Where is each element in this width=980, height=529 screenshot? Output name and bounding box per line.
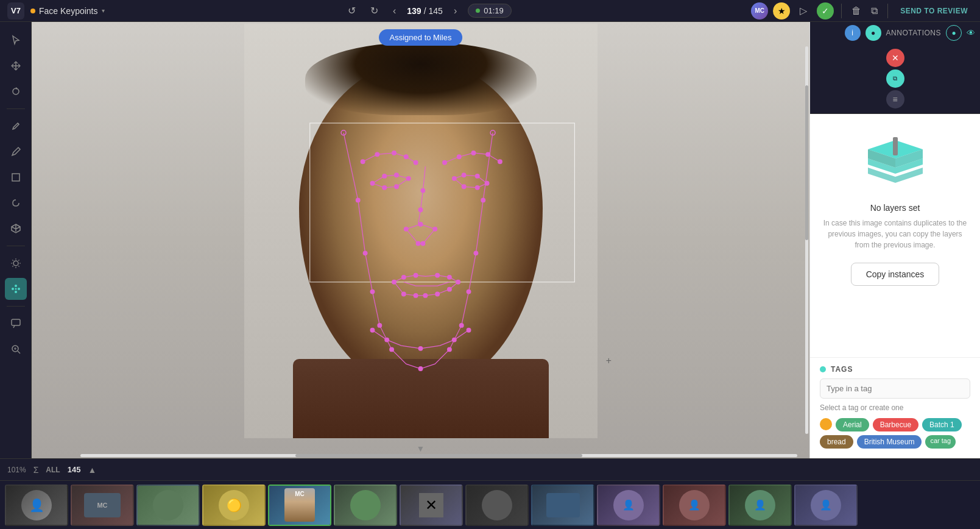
info-button[interactable]: i — [845, 25, 861, 41]
filmstrip-thumb-8[interactable] — [465, 485, 529, 526]
filmstrip-thumb-13[interactable]: 👤 — [794, 485, 858, 526]
canvas-v-scrollbar-thumb[interactable] — [805, 85, 808, 240]
panel-top-strip: i ● ANNOTATIONS ● 👁 — [810, 22, 980, 44]
tag-batch1[interactable]: Batch 1 — [922, 418, 962, 431]
tag-orange-dot[interactable] — [820, 418, 832, 430]
filmstrip-thumb-10[interactable]: 👤 — [597, 485, 660, 526]
right-panel: i ● ANNOTATIONS ● 👁 ✕ ⧉ ≡ — [809, 22, 980, 458]
left-toolbar — [0, 22, 32, 458]
tag-aerial[interactable]: Aerial — [836, 418, 869, 431]
trash-icon-button[interactable]: 🗑 — [849, 3, 864, 19]
svg-point-2 — [13, 261, 18, 266]
undo-button[interactable]: ↺ — [344, 4, 359, 18]
filmstrip-thumb-5-active[interactable]: MC — [268, 485, 331, 526]
assigned-badge: Assigned to Miles — [379, 29, 463, 46]
user-avatar: MC — [751, 2, 768, 20]
play-button[interactable]: ▷ — [795, 2, 812, 20]
tags-header: TAGS — [820, 358, 970, 378]
all-label: ALL — [46, 466, 60, 474]
filmstrip-thumb-12[interactable]: 👤 — [728, 485, 792, 526]
zoom-level-display: 101% — [7, 466, 26, 474]
filmstrip-thumb-2[interactable]: MC — [71, 485, 134, 526]
sum-icon: Σ — [33, 465, 39, 475]
pencil-tool-button[interactable] — [5, 141, 27, 163]
counter-separator: / — [424, 6, 426, 16]
next-image-button[interactable]: › — [450, 4, 460, 18]
copy-icon-button[interactable]: ⧉ — [869, 3, 880, 19]
annotation-count: 145 — [68, 465, 81, 474]
canvas-v-scrollbar[interactable] — [805, 46, 808, 434]
prev-image-button[interactable]: ‹ — [389, 4, 400, 18]
canvas-area[interactable]: Assigned to Miles — [32, 22, 809, 458]
canvas-image[interactable]: Assigned to Miles — [32, 22, 809, 458]
filmstrip-thumb-1[interactable]: 👤 — [5, 485, 68, 526]
filmstrip-thumb-11[interactable]: 👤 — [663, 485, 726, 526]
svg-point-6 — [15, 291, 17, 293]
tag-british-museum[interactable]: British Museum — [857, 435, 922, 449]
rotate-tool-button[interactable] — [5, 80, 27, 102]
tags-section: TAGS Select a tag or create one Aerial B… — [810, 357, 980, 458]
crosshair-icon: + — [606, 355, 612, 366]
topbar-right: MC ★ ▷ ✓ 🗑 ⧉ SEND TO REVIEW — [751, 2, 973, 20]
tag-car-tag[interactable]: car tag — [925, 435, 956, 449]
select-tag-hint: Select a tag or create one — [820, 403, 970, 412]
topbar-center: ↺ ↻ ‹ 139 / 145 › 01:19 — [344, 4, 512, 18]
zoom-tool-button[interactable] — [5, 338, 27, 360]
canvas-h-scrollbar[interactable] — [80, 454, 797, 457]
copy-instances-button[interactable]: Copy instances — [851, 263, 940, 286]
project-title: Face Keypoints — [39, 6, 98, 16]
tag-input-field[interactable] — [820, 378, 970, 399]
toolbar-separator-3 — [7, 306, 25, 307]
annotations-label: ANNOTATIONS — [886, 29, 941, 37]
timer-active-dot — [476, 9, 480, 13]
star-button[interactable]: ★ — [773, 2, 790, 20]
scroll-down-arrow: ▼ — [417, 444, 425, 453]
filmstrip-thumb-3[interactable] — [136, 485, 200, 526]
cursor-tool-button[interactable] — [5, 29, 27, 51]
project-dropdown-arrow[interactable]: ▾ — [102, 7, 105, 14]
move-tool-button[interactable] — [5, 55, 27, 77]
sort-button[interactable]: ▲ — [88, 465, 96, 475]
pen-tool-button[interactable] — [5, 115, 27, 137]
wand-tool-button[interactable] — [5, 252, 27, 274]
bottom-area: 101% Σ ALL 145 ▲ 👤 MC 🟡 — [0, 458, 980, 529]
tags-dot — [820, 366, 826, 372]
topbar-left: V7 Face Keypoints ▾ — [7, 2, 105, 20]
toolbar-separator-1 — [7, 108, 25, 109]
keypoints-tool-button[interactable] — [5, 278, 27, 300]
tag-bread[interactable]: bread — [820, 435, 853, 449]
filmstrip-thumb-9[interactable] — [531, 485, 594, 526]
right-panel-scroll: No layers set In case this image contain… — [810, 114, 980, 458]
timer-badge: 01:19 — [468, 4, 512, 18]
status-dot — [30, 9, 35, 13]
remove-annotation-button[interactable]: ✕ — [886, 49, 904, 67]
filmstrip-thumb-6[interactable] — [334, 485, 397, 526]
tag-pills-container: Aerial Barbecue Batch 1 bread British Mu… — [820, 418, 970, 449]
more-options-button[interactable]: ≡ — [886, 90, 904, 108]
toggle-visibility-button[interactable]: ● — [946, 25, 962, 41]
svg-rect-8 — [12, 319, 20, 325]
svg-point-3 — [12, 288, 14, 290]
total-image-num: 145 — [429, 6, 443, 16]
cube-tool-button[interactable] — [5, 218, 27, 240]
filmstrip-thumb-4[interactable]: 🟡 — [202, 485, 266, 526]
filmstrip-thumb-7[interactable]: ✕ — [400, 485, 463, 526]
tag-barbecue[interactable]: Barbecue — [873, 418, 918, 431]
rect-tool-button[interactable] — [5, 166, 27, 188]
eye-icon[interactable]: 👁 — [967, 28, 975, 38]
topbar-separator-2 — [887, 4, 888, 18]
svg-rect-1 — [12, 174, 19, 181]
canvas-h-scrollbar-thumb[interactable] — [295, 454, 582, 457]
toolbar-separator-2 — [7, 246, 25, 246]
add-annotation-button[interactable]: ⧉ — [886, 69, 904, 88]
panel-icon-row: ✕ ⧉ ≡ — [810, 44, 980, 114]
check-button[interactable]: ✓ — [817, 2, 834, 20]
send-to-review-button[interactable]: SEND TO REVIEW — [895, 4, 973, 18]
lasso-tool-button[interactable] — [5, 192, 27, 214]
timer-value: 01:19 — [484, 6, 504, 15]
teal-dot-button[interactable]: ● — [865, 25, 881, 41]
no-layers-description: In case this image contains duplicates t… — [820, 218, 970, 250]
redo-button[interactable]: ↻ — [367, 4, 382, 18]
current-image-num: 139 — [407, 6, 421, 16]
comment-tool-button[interactable] — [5, 313, 27, 335]
